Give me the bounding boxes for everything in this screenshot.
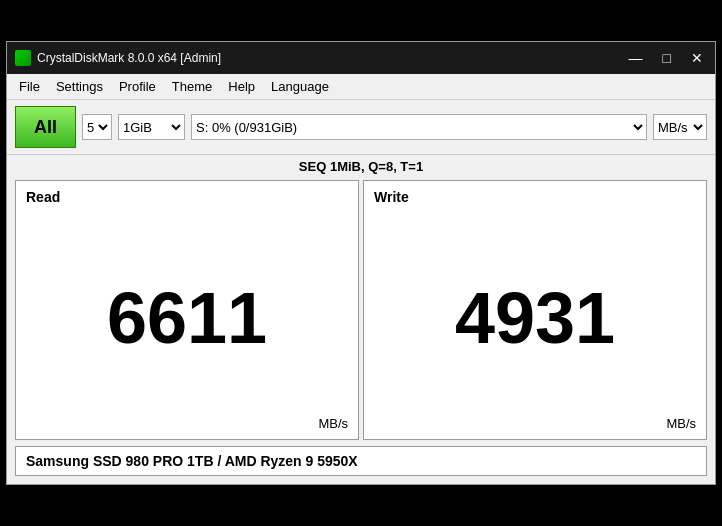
window-controls: — □ ✕ <box>625 50 707 66</box>
read-label: Read <box>26 189 348 205</box>
close-button[interactable]: ✕ <box>687 50 707 66</box>
menu-settings[interactable]: Settings <box>48 76 111 97</box>
write-result-box: Write 4931 MB/s <box>363 180 707 440</box>
status-bar: Samsung SSD 980 PRO 1TB / AMD Ryzen 9 59… <box>15 446 707 476</box>
menu-bar: File Settings Profile Theme Help Languag… <box>7 74 715 100</box>
read-result-box: Read 6611 MB/s <box>15 180 359 440</box>
size-select-container[interactable]: 512MiB 1GiB 2GiB 4GiB 8GiB 16GiB 32GiB 6… <box>118 114 185 140</box>
app-icon <box>15 50 31 66</box>
size-select[interactable]: 512MiB 1GiB 2GiB 4GiB 8GiB 16GiB 32GiB 6… <box>118 114 185 140</box>
menu-theme[interactable]: Theme <box>164 76 220 97</box>
test-config-label: SEQ 1MiB, Q=8, T=1 <box>7 155 715 180</box>
app-window: CrystalDiskMark 8.0.0 x64 [Admin] — □ ✕ … <box>6 41 716 485</box>
title-bar: CrystalDiskMark 8.0.0 x64 [Admin] — □ ✕ <box>7 42 715 74</box>
drive-select-container[interactable]: S: 0% (0/931GiB) <box>191 114 647 140</box>
units-select[interactable]: MB/s GB/s IOPS μs <box>653 114 707 140</box>
menu-file[interactable]: File <box>11 76 48 97</box>
write-unit: MB/s <box>666 416 696 431</box>
runs-select-container[interactable]: 1 3 5 9 <box>82 114 112 140</box>
window-title: CrystalDiskMark 8.0.0 x64 [Admin] <box>37 51 619 65</box>
write-value: 4931 <box>374 205 696 431</box>
read-unit: MB/s <box>318 416 348 431</box>
menu-profile[interactable]: Profile <box>111 76 164 97</box>
drive-select[interactable]: S: 0% (0/931GiB) <box>191 114 647 140</box>
write-label: Write <box>374 189 696 205</box>
runs-select[interactable]: 1 3 5 9 <box>82 114 112 140</box>
units-select-container[interactable]: MB/s GB/s IOPS μs <box>653 114 707 140</box>
all-button[interactable]: All <box>15 106 76 148</box>
menu-language[interactable]: Language <box>263 76 337 97</box>
maximize-button[interactable]: □ <box>659 50 675 66</box>
toolbar: All 1 3 5 9 512MiB 1GiB 2GiB 4GiB 8GiB 1… <box>7 100 715 155</box>
minimize-button[interactable]: — <box>625 50 647 66</box>
menu-help[interactable]: Help <box>220 76 263 97</box>
read-value: 6611 <box>26 205 348 431</box>
results-area: Read 6611 MB/s Write 4931 MB/s <box>7 180 715 440</box>
